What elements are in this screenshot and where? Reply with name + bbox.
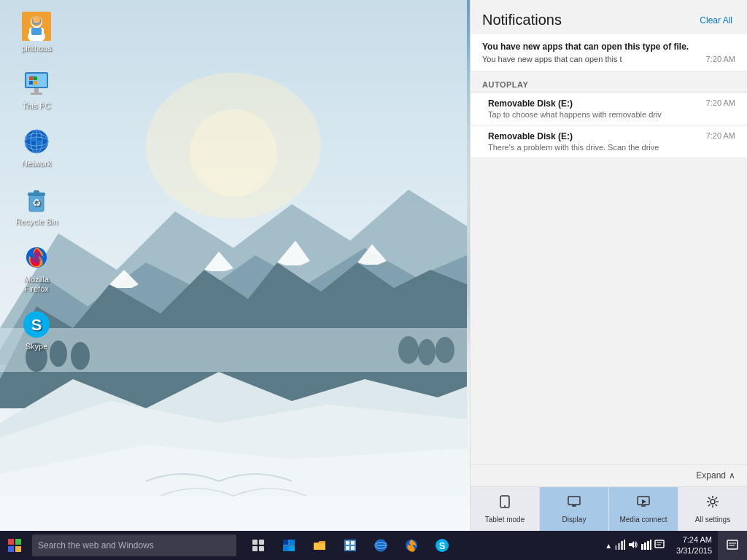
svg-rect-86: [351, 546, 355, 550]
windows-store-button[interactable]: [336, 531, 365, 560]
svg-point-49: [31, 137, 36, 141]
user-icon: [22, 12, 51, 41]
svg-point-2: [190, 109, 277, 197]
file-explorer-icon: [312, 538, 327, 553]
qa-media-connect-label: Media connect: [619, 516, 667, 524]
autoplay-item-1-time: 7:20 AM: [706, 98, 735, 109]
svg-rect-74: [252, 546, 258, 551]
svg-rect-96: [621, 541, 623, 550]
skype-label: Skype: [26, 342, 48, 351]
search-input[interactable]: [32, 534, 236, 556]
notif-spacer: [471, 158, 747, 464]
svg-marker-98: [629, 541, 634, 548]
taskbar-firefox-icon: [404, 538, 419, 553]
svg-rect-72: [252, 540, 258, 545]
autoplay-item-2[interactable]: Removable Disk (E:) 7:20 AM There's a pr…: [471, 125, 747, 158]
svg-rect-68: [8, 539, 14, 545]
notification-panel: Notifications Clear All You have new app…: [470, 0, 747, 531]
svg-point-19: [418, 339, 436, 365]
taskbar-skype-icon: S: [435, 538, 449, 553]
taskbar: S ▲: [0, 531, 747, 560]
taskbar-skype-button[interactable]: S: [427, 531, 457, 560]
search-container: [32, 534, 236, 556]
svg-rect-13: [0, 496, 467, 531]
store-icon: [282, 538, 296, 553]
svg-rect-35: [34, 88, 39, 93]
clear-all-button[interactable]: Clear All: [697, 14, 735, 27]
media-connect-icon: [636, 494, 651, 513]
qa-all-settings-label: All settings: [695, 516, 730, 524]
network-label: Network: [22, 159, 51, 168]
desktop-icons: pirithous This: [7, 7, 66, 356]
desktop-icon-recycle-bin[interactable]: ♻ Recycle Bin: [7, 181, 66, 231]
svg-point-50: [37, 140, 42, 146]
signal-tray-icon[interactable]: [641, 540, 651, 552]
svg-rect-102: [650, 540, 651, 550]
svg-point-32: [33, 16, 40, 23]
svg-rect-99: [641, 544, 643, 550]
main-notification[interactable]: You have new apps that can open this typ…: [471, 34, 747, 71]
svg-text:♻: ♻: [32, 197, 42, 209]
svg-rect-101: [647, 541, 649, 550]
svg-rect-69: [15, 539, 21, 545]
qa-display[interactable]: Display: [540, 487, 608, 531]
autoplay-item-1-title: Removable Disk (E:): [488, 98, 573, 109]
svg-point-61: [504, 505, 506, 507]
action-center-speech[interactable]: [654, 540, 665, 552]
expand-label: Expand: [696, 470, 726, 481]
skype-icon: S: [22, 310, 51, 339]
qa-all-settings[interactable]: All settings: [678, 487, 747, 531]
svg-text:S: S: [439, 540, 446, 551]
svg-point-20: [436, 337, 454, 363]
svg-rect-36: [31, 93, 42, 95]
svg-text:S: S: [31, 316, 42, 334]
network-tray-icon[interactable]: [615, 540, 625, 552]
windows-logo: [8, 539, 21, 552]
svg-rect-80: [290, 546, 295, 551]
qa-media-connect[interactable]: Media connect: [609, 487, 678, 531]
desktop-icon-this-pc[interactable]: This PC: [7, 65, 66, 115]
svg-rect-40: [29, 81, 33, 85]
notifications-title: Notifications: [482, 12, 562, 28]
taskbar-firefox-button[interactable]: [397, 531, 426, 560]
all-settings-icon: [705, 494, 720, 513]
svg-point-17: [71, 342, 90, 370]
svg-rect-106: [727, 540, 738, 549]
file-explorer-button[interactable]: [305, 531, 334, 560]
internet-explorer-button[interactable]: [366, 531, 395, 560]
recycle-bin-label: Recycle Bin: [15, 217, 58, 227]
taskbar-right: ▲: [599, 531, 747, 560]
autoplay-item-1[interactable]: Removable Disk (E:) 7:20 AM Tap to choos…: [471, 93, 747, 125]
system-tray: ▲: [599, 531, 670, 560]
notification-center-button[interactable]: [718, 531, 747, 560]
svg-point-57: [31, 252, 42, 263]
show-hidden-icons[interactable]: ▲: [605, 542, 612, 550]
task-view-button[interactable]: [244, 531, 273, 560]
firefox-icon: [22, 243, 51, 272]
svg-rect-71: [15, 546, 21, 552]
desktop-icon-firefox[interactable]: MozillaFirefox: [7, 238, 66, 298]
taskbar-clock[interactable]: 7:24 AM 3/31/2015: [670, 531, 718, 560]
ie-icon: [374, 538, 388, 553]
autoplay-item-2-title: Removable Disk (E:): [488, 131, 573, 141]
expand-button[interactable]: Expand ∧: [696, 470, 735, 481]
taskbar-date: 3/31/2015: [676, 545, 712, 556]
computer-icon: [22, 69, 51, 98]
svg-rect-70: [8, 546, 14, 552]
store-button[interactable]: [274, 531, 303, 560]
desktop-icon-skype[interactable]: S Skype: [7, 306, 66, 356]
expand-chevron: ∧: [729, 470, 735, 481]
svg-rect-62: [568, 497, 580, 505]
desktop-icon-network[interactable]: Network: [7, 122, 66, 173]
autoplay-item-2-header: Removable Disk (E:) 7:20 AM: [488, 131, 735, 141]
svg-rect-103: [655, 540, 664, 548]
tablet-mode-icon: [498, 494, 512, 513]
volume-tray-icon[interactable]: [628, 540, 638, 552]
start-button[interactable]: [0, 531, 29, 560]
qa-tablet-mode[interactable]: Tablet mode: [471, 487, 539, 531]
quick-actions: Tablet mode Display: [471, 486, 747, 531]
desktop-background: [0, 0, 467, 531]
firefox-label: MozillaFirefox: [24, 275, 49, 294]
autoplay-group: AutoPlay Removable Disk (E:) 7:20 AM Tap…: [471, 74, 747, 158]
desktop-icon-pirithous[interactable]: pirithous: [7, 7, 66, 58]
